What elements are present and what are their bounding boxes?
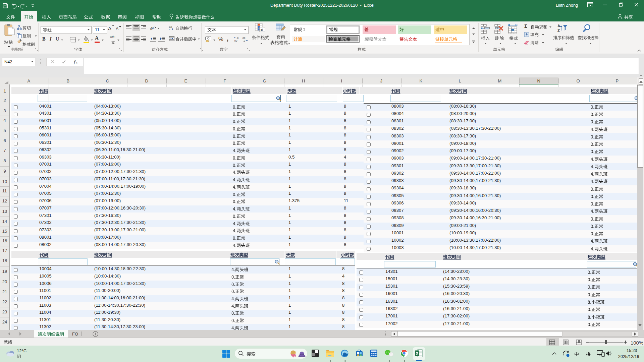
svg-text:ab: ab: [149, 25, 154, 31]
svg-text:.00: .00: [234, 39, 237, 42]
svg-text:≠: ≠: [261, 27, 263, 32]
svg-text:Z: Z: [557, 28, 560, 33]
svg-text:A: A: [557, 24, 560, 28]
svg-text:f: f: [74, 59, 76, 64]
svg-text:x: x: [76, 61, 78, 64]
svg-text:.0: .0: [243, 39, 245, 42]
svg-text:c: c: [169, 28, 170, 31]
